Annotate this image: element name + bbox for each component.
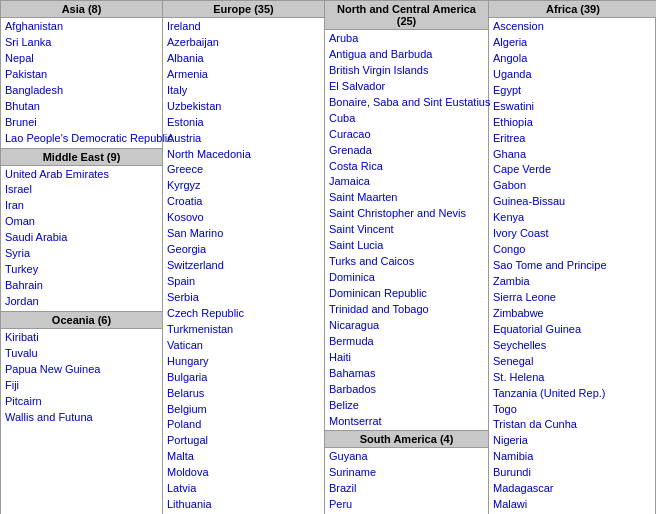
country-item[interactable]: Bulgaria <box>167 370 320 386</box>
country-item[interactable]: Italy <box>167 83 320 99</box>
country-item[interactable]: Costa Rica <box>329 159 484 175</box>
country-item[interactable]: Jamaica <box>329 174 484 190</box>
country-item[interactable]: United Arab Emirates <box>5 167 158 183</box>
country-item[interactable]: Nepal <box>5 51 158 67</box>
country-item[interactable]: Oman <box>5 214 158 230</box>
country-item[interactable]: Bhutan <box>5 99 158 115</box>
country-item[interactable]: Saint Vincent <box>329 222 484 238</box>
country-item[interactable]: Sri Lanka <box>5 35 158 51</box>
country-item[interactable]: Uganda <box>493 67 653 83</box>
country-item[interactable]: Seychelles <box>493 338 653 354</box>
country-item[interactable]: Uzbekistan <box>167 99 320 115</box>
country-item[interactable]: Kosovo <box>167 210 320 226</box>
country-item[interactable]: Antigua and Barbuda <box>329 47 484 63</box>
country-item[interactable]: Equatorial Guinea <box>493 322 653 338</box>
country-item[interactable]: Moldova <box>167 465 320 481</box>
country-item[interactable]: Malawi <box>493 497 653 513</box>
country-item[interactable]: Armenia <box>167 67 320 83</box>
country-item[interactable]: Portugal <box>167 433 320 449</box>
country-item[interactable]: Senegal <box>493 354 653 370</box>
country-item[interactable]: Congo <box>493 242 653 258</box>
country-item[interactable]: Turkmenistan <box>167 322 320 338</box>
country-item[interactable]: Iran <box>5 198 158 214</box>
country-item[interactable]: Trinidad and Tobago <box>329 302 484 318</box>
country-item[interactable]: Saudi Arabia <box>5 230 158 246</box>
country-item[interactable]: Peru <box>329 497 484 513</box>
country-item[interactable]: British Virgin Islands <box>329 63 484 79</box>
country-item[interactable]: Dominican Republic <box>329 286 484 302</box>
country-item[interactable]: Papua New Guinea <box>5 362 158 378</box>
country-item[interactable]: Nicaragua <box>329 318 484 334</box>
country-item[interactable]: Wallis and Futuna <box>5 410 158 426</box>
country-item[interactable]: Bangladesh <box>5 83 158 99</box>
country-item[interactable]: El Salvador <box>329 79 484 95</box>
country-item[interactable]: Pakistan <box>5 67 158 83</box>
country-item[interactable]: Madagascar <box>493 481 653 497</box>
country-item[interactable]: Tuvalu <box>5 346 158 362</box>
country-item[interactable]: North Macedonia <box>167 147 320 163</box>
country-item[interactable]: Nigeria <box>493 433 653 449</box>
country-item[interactable]: Saint Christopher and Nevis <box>329 206 484 222</box>
country-item[interactable]: Togo <box>493 402 653 418</box>
country-item[interactable]: Guinea-Bissau <box>493 194 653 210</box>
country-item[interactable]: Kenya <box>493 210 653 226</box>
country-item[interactable]: Vatican <box>167 338 320 354</box>
country-item[interactable]: Bahamas <box>329 366 484 382</box>
country-item[interactable]: Lithuania <box>167 497 320 513</box>
country-item[interactable]: Dominica <box>329 270 484 286</box>
country-item[interactable]: Zambia <box>493 274 653 290</box>
country-item[interactable]: Bermuda <box>329 334 484 350</box>
country-item[interactable]: Latvia <box>167 481 320 497</box>
country-item[interactable]: Azerbaijan <box>167 35 320 51</box>
country-item[interactable]: Bonaire, Saba and Sint Eustatius <box>329 95 484 111</box>
country-item[interactable]: Brazil <box>329 481 484 497</box>
country-item[interactable]: Israel <box>5 182 158 198</box>
country-item[interactable]: St. Helena <box>493 370 653 386</box>
country-item[interactable]: Zimbabwe <box>493 306 653 322</box>
country-item[interactable]: Guyana <box>329 449 484 465</box>
country-item[interactable]: Saint Maarten <box>329 190 484 206</box>
country-item[interactable]: Turkey <box>5 262 158 278</box>
country-item[interactable]: Georgia <box>167 242 320 258</box>
country-item[interactable]: Ivory Coast <box>493 226 653 242</box>
country-item[interactable]: Fiji <box>5 378 158 394</box>
country-item[interactable]: Tanzania (United Rep.) <box>493 386 653 402</box>
country-item[interactable]: Eswatini <box>493 99 653 115</box>
country-item[interactable]: Belize <box>329 398 484 414</box>
country-item[interactable]: Tristan da Cunha <box>493 417 653 433</box>
country-item[interactable]: Albania <box>167 51 320 67</box>
country-item[interactable]: Cape Verde <box>493 162 653 178</box>
country-item[interactable]: Burundi <box>493 465 653 481</box>
country-item[interactable]: Lao People's Democratic Republic <box>5 131 158 147</box>
country-item[interactable]: Brunei <box>5 115 158 131</box>
country-item[interactable]: Egypt <box>493 83 653 99</box>
country-item[interactable]: Grenada <box>329 143 484 159</box>
country-item[interactable]: Haiti <box>329 350 484 366</box>
country-item[interactable]: Pitcairn <box>5 394 158 410</box>
country-item[interactable]: Belgium <box>167 402 320 418</box>
country-item[interactable]: Barbados <box>329 382 484 398</box>
country-item[interactable]: Austria <box>167 131 320 147</box>
country-item[interactable]: Poland <box>167 417 320 433</box>
country-item[interactable]: Hungary <box>167 354 320 370</box>
country-item[interactable]: Sierra Leone <box>493 290 653 306</box>
country-item[interactable]: Eritrea <box>493 131 653 147</box>
country-item[interactable]: Belarus <box>167 386 320 402</box>
country-item[interactable]: Syria <box>5 246 158 262</box>
country-item[interactable]: Sao Tome and Principe <box>493 258 653 274</box>
country-item[interactable]: Kiribati <box>5 330 158 346</box>
country-item[interactable]: Curacao <box>329 127 484 143</box>
country-item[interactable]: Aruba <box>329 31 484 47</box>
country-item[interactable]: Estonia <box>167 115 320 131</box>
country-item[interactable]: Angola <box>493 51 653 67</box>
country-item[interactable]: Namibia <box>493 449 653 465</box>
country-item[interactable]: Kyrgyz <box>167 178 320 194</box>
country-item[interactable]: Cuba <box>329 111 484 127</box>
country-item[interactable]: Saint Lucia <box>329 238 484 254</box>
country-item[interactable]: Ethiopia <box>493 115 653 131</box>
country-item[interactable]: Spain <box>167 274 320 290</box>
country-item[interactable]: Jordan <box>5 294 158 310</box>
country-item[interactable]: Montserrat <box>329 414 484 430</box>
country-item[interactable]: Turks and Caicos <box>329 254 484 270</box>
country-item[interactable]: Malta <box>167 449 320 465</box>
